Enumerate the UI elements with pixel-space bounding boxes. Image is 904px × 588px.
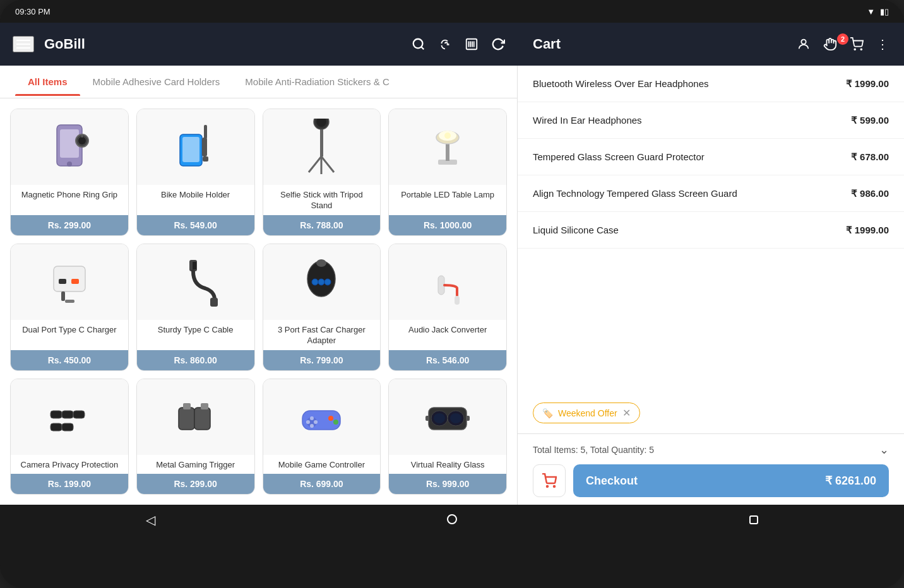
cart-icon-button[interactable] — [533, 464, 566, 497]
svg-point-63 — [333, 420, 338, 425]
svg-line-24 — [309, 156, 321, 172]
product-card-6[interactable]: Sturdy Type C Cable Rs. 860.00 — [136, 244, 255, 371]
product-name-2: Bike Mobile Holder — [137, 185, 254, 215]
cart-footer: Total Items: 5, Total Quantity: 5 ⌄ Chec… — [518, 433, 904, 505]
svg-rect-38 — [193, 262, 196, 269]
tab-card-holders[interactable]: Mobile Adhesive Card Holders — [80, 68, 233, 96]
refresh-button[interactable] — [491, 37, 505, 51]
product-name-7: 3 Port Fast Car Charger Adapter — [263, 320, 381, 350]
bottom-nav: ◁ — [0, 505, 904, 535]
svg-point-60 — [310, 416, 314, 420]
svg-rect-19 — [204, 125, 207, 139]
product-image-12 — [389, 379, 506, 455]
svg-point-14 — [78, 137, 86, 144]
top-bar: GoBill — [0, 23, 518, 66]
products-grid: Magnetic Phone Ring Grip Rs. 299.00 Bike… — [0, 98, 517, 505]
user-button[interactable] — [797, 37, 811, 51]
checkout-button[interactable]: Checkout ₹ 6261.00 — [573, 464, 889, 497]
svg-line-1 — [421, 47, 424, 49]
product-image-6 — [137, 244, 254, 320]
cart-header: Cart 2 ⋮ — [518, 23, 904, 66]
checkout-amount: ₹ 6261.00 — [825, 474, 876, 488]
recents-button[interactable] — [734, 508, 773, 532]
cart-item-name-1: Bluetooth Wireless Over Ear Headphones — [533, 77, 836, 90]
cart-items-list: Bluetooth Wireless Over Ear Headphones ₹… — [518, 66, 904, 392]
back-button[interactable]: ◁ — [131, 507, 170, 532]
product-image-3 — [263, 109, 381, 185]
hand-button[interactable] — [823, 37, 837, 51]
coupon-tag[interactable]: 🏷️ Weekend Offer ✕ — [533, 403, 640, 423]
cart-button[interactable] — [850, 37, 864, 51]
product-price-8: Rs. 546.00 — [389, 350, 506, 370]
cart-item-5: Liquid Silicone Case ₹ 1999.00 — [518, 212, 904, 249]
product-name-3: Selfie Stick with Tripod Stand — [263, 185, 381, 215]
svg-rect-49 — [73, 411, 85, 418]
product-card-3[interactable]: Selfie Stick with Tripod Stand Rs. 788.0… — [263, 109, 381, 236]
cart-item-name-5: Liquid Silicone Case — [533, 223, 836, 237]
tablet-frame: 09:30 PM ▼ ▮▯ GoBill — [0, 0, 904, 588]
product-price-9: Rs. 199.00 — [11, 474, 128, 494]
product-name-8: Audio Jack Converter — [389, 320, 506, 350]
product-card-11[interactable]: Mobile Game Controller Rs. 699.00 — [263, 379, 381, 495]
total-summary: Total Items: 5, Total Quantity: 5 ⌄ — [533, 443, 889, 457]
wifi-icon: ▼ — [867, 7, 875, 16]
svg-rect-54 — [183, 403, 191, 409]
product-name-12: Virtual Reality Glass — [389, 455, 506, 474]
svg-point-43 — [318, 279, 324, 285]
coupon-close-button[interactable]: ✕ — [622, 407, 631, 419]
chevron-down-icon[interactable]: ⌄ — [879, 443, 889, 457]
product-price-2: Rs. 549.00 — [137, 215, 254, 235]
product-card-5[interactable]: Dual Port Type C Charger Rs. 450.00 — [10, 244, 129, 371]
cart-item-name-3: Tempered Glass Screen Guard Protector — [533, 150, 841, 163]
svg-rect-51 — [62, 423, 73, 431]
product-name-4: Portable LED Table Lamp — [389, 185, 506, 215]
product-price-6: Rs. 860.00 — [137, 350, 254, 370]
product-price-11: Rs. 699.00 — [263, 474, 381, 494]
product-name-10: Metal Gaming Trigger — [137, 455, 254, 474]
fingerprint-button[interactable] — [438, 37, 452, 51]
product-card-2[interactable]: Bike Mobile Holder Rs. 549.00 — [136, 109, 255, 236]
product-card-12[interactable]: Virtual Reality Glass Rs. 999.00 — [388, 379, 507, 495]
main-content: All Items Mobile Adhesive Card Holders M… — [0, 66, 904, 505]
app-title: GoBill — [44, 36, 85, 52]
svg-point-44 — [324, 279, 331, 285]
cart-item-price-5: ₹ 1999.00 — [846, 225, 889, 236]
product-card-9[interactable]: Camera Privacy Protection Rs. 199.00 — [10, 379, 129, 495]
svg-rect-52 — [179, 408, 194, 430]
checkout-label: Checkout — [586, 474, 638, 488]
product-image-4 — [389, 109, 506, 185]
summary-text: Total Items: 5, Total Quantity: 5 — [533, 445, 654, 455]
tabs-bar: All Items Mobile Adhesive Card Holders M… — [0, 66, 517, 98]
tab-all-items[interactable]: All Items — [15, 68, 80, 96]
product-card-8[interactable]: Audio Jack Converter Rs. 546.00 — [388, 244, 507, 371]
svg-rect-48 — [62, 411, 73, 418]
svg-point-59 — [314, 420, 318, 424]
cart-item-3: Tempered Glass Screen Guard Protector ₹ … — [518, 139, 904, 175]
battery-icon: ▮▯ — [880, 7, 889, 16]
svg-point-12 — [67, 162, 72, 167]
svg-rect-50 — [51, 423, 62, 431]
barcode-button[interactable] — [465, 37, 479, 51]
product-image-9 — [11, 379, 128, 455]
product-card-4[interactable]: Portable LED Table Lamp Rs. 1000.00 — [388, 109, 507, 236]
tab-stickers[interactable]: Mobile Anti-Radiation Stickers & C — [232, 68, 401, 96]
product-name-11: Mobile Game Controller — [263, 455, 381, 474]
product-image-5 — [11, 244, 128, 320]
svg-point-67 — [434, 413, 445, 423]
svg-rect-32 — [54, 266, 85, 291]
home-button[interactable] — [432, 508, 472, 532]
more-button[interactable]: ⋮ — [876, 37, 889, 52]
svg-rect-69 — [425, 416, 429, 421]
hamburger-button[interactable] — [13, 36, 34, 52]
svg-rect-53 — [194, 408, 210, 430]
svg-point-8 — [854, 49, 855, 50]
cart-badge: 2 — [837, 33, 848, 45]
product-card-7[interactable]: 3 Port Fast Car Charger Adapter Rs. 799.… — [263, 244, 381, 371]
svg-rect-17 — [182, 137, 199, 162]
svg-point-7 — [801, 40, 806, 44]
product-card-1[interactable]: Magnetic Phone Ring Grip Rs. 299.00 — [10, 109, 129, 236]
left-panel: All Items Mobile Adhesive Card Holders M… — [0, 66, 518, 505]
product-card-10[interactable]: Metal Gaming Trigger Rs. 299.00 — [136, 379, 255, 495]
svg-point-42 — [312, 279, 318, 285]
search-button[interactable] — [412, 37, 425, 51]
